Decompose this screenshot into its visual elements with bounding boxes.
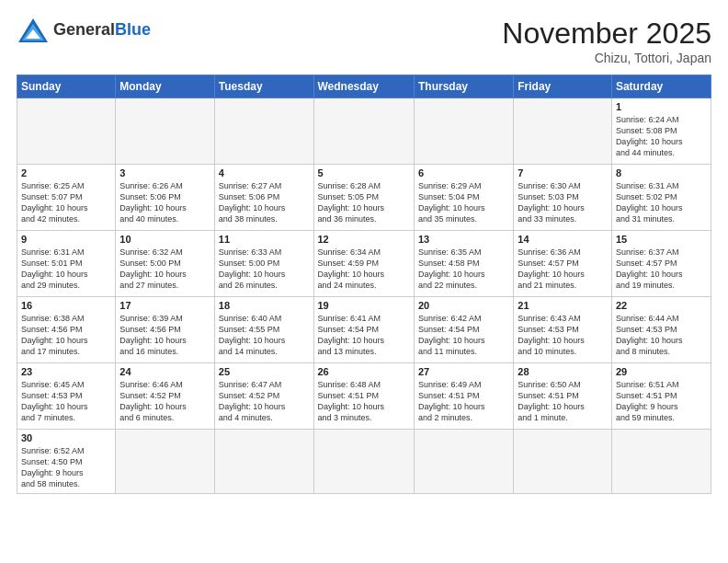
calendar-cell [116, 430, 214, 494]
day-info: Sunrise: 6:44 AM Sunset: 4:53 PM Dayligh… [616, 313, 707, 358]
calendar-cell [414, 98, 513, 165]
day-number: 6 [418, 167, 509, 178]
day-number: 14 [518, 234, 608, 245]
calendar-cell: 2Sunrise: 6:25 AM Sunset: 5:07 PM Daylig… [17, 165, 116, 231]
day-number: 5 [318, 167, 410, 178]
day-number: 24 [119, 366, 210, 377]
day-number: 20 [418, 300, 509, 311]
day-info: Sunrise: 6:43 AM Sunset: 4:53 PM Dayligh… [518, 313, 608, 358]
calendar-cell: 24Sunrise: 6:46 AM Sunset: 4:52 PM Dayli… [116, 363, 214, 430]
calendar-cell: 4Sunrise: 6:27 AM Sunset: 5:06 PM Daylig… [214, 165, 313, 231]
day-info: Sunrise: 6:37 AM Sunset: 4:57 PM Dayligh… [616, 247, 707, 292]
calendar-week-2: 9Sunrise: 6:31 AM Sunset: 5:01 PM Daylig… [17, 231, 711, 297]
calendar-cell: 6Sunrise: 6:29 AM Sunset: 5:04 PM Daylig… [414, 165, 513, 231]
calendar-cell: 26Sunrise: 6:48 AM Sunset: 4:51 PM Dayli… [313, 363, 414, 430]
day-number: 4 [219, 167, 310, 178]
day-number: 26 [318, 366, 410, 377]
calendar-cell: 9Sunrise: 6:31 AM Sunset: 5:01 PM Daylig… [17, 231, 116, 297]
calendar-cell [116, 98, 214, 165]
day-info: Sunrise: 6:38 AM Sunset: 4:56 PM Dayligh… [21, 313, 111, 358]
calendar-cell [414, 430, 513, 494]
day-number: 12 [318, 234, 410, 245]
day-number: 3 [119, 167, 210, 178]
calendar-cell: 10Sunrise: 6:32 AM Sunset: 5:00 PM Dayli… [116, 231, 214, 297]
day-number: 28 [518, 366, 608, 377]
calendar-week-1: 2Sunrise: 6:25 AM Sunset: 5:07 PM Daylig… [17, 165, 711, 231]
day-info: Sunrise: 6:29 AM Sunset: 5:04 PM Dayligh… [418, 180, 509, 225]
day-number: 27 [418, 366, 509, 377]
day-info: Sunrise: 6:26 AM Sunset: 5:06 PM Dayligh… [119, 180, 210, 225]
calendar-cell: 1Sunrise: 6:24 AM Sunset: 5:08 PM Daylig… [611, 98, 711, 165]
day-info: Sunrise: 6:28 AM Sunset: 5:05 PM Dayligh… [318, 180, 410, 225]
calendar-cell [214, 430, 313, 494]
day-info: Sunrise: 6:35 AM Sunset: 4:58 PM Dayligh… [418, 247, 509, 292]
day-number: 15 [616, 234, 707, 245]
calendar-cell: 21Sunrise: 6:43 AM Sunset: 4:53 PM Dayli… [514, 297, 612, 363]
day-info: Sunrise: 6:41 AM Sunset: 4:54 PM Dayligh… [318, 313, 410, 358]
day-number: 22 [616, 300, 707, 311]
calendar-cell: 18Sunrise: 6:40 AM Sunset: 4:55 PM Dayli… [214, 297, 313, 363]
day-info: Sunrise: 6:33 AM Sunset: 5:00 PM Dayligh… [219, 247, 310, 292]
calendar-cell: 27Sunrise: 6:49 AM Sunset: 4:51 PM Dayli… [414, 363, 513, 430]
calendar-cell: 7Sunrise: 6:30 AM Sunset: 5:03 PM Daylig… [514, 165, 612, 231]
calendar-cell: 29Sunrise: 6:51 AM Sunset: 4:51 PM Dayli… [611, 363, 711, 430]
title-block: November 2025 Chizu, Tottori, Japan [502, 17, 711, 65]
day-info: Sunrise: 6:49 AM Sunset: 4:51 PM Dayligh… [418, 379, 509, 424]
calendar-cell [17, 98, 116, 165]
day-number: 21 [518, 300, 608, 311]
calendar-cell: 15Sunrise: 6:37 AM Sunset: 4:57 PM Dayli… [611, 231, 711, 297]
day-info: Sunrise: 6:32 AM Sunset: 5:00 PM Dayligh… [119, 247, 210, 292]
calendar-cell [611, 430, 711, 494]
day-info: Sunrise: 6:50 AM Sunset: 4:51 PM Dayligh… [518, 379, 608, 424]
day-number: 16 [21, 300, 111, 311]
day-number: 8 [616, 167, 707, 178]
day-info: Sunrise: 6:42 AM Sunset: 4:54 PM Dayligh… [418, 313, 509, 358]
day-number: 23 [21, 366, 111, 377]
day-info: Sunrise: 6:27 AM Sunset: 5:06 PM Dayligh… [219, 180, 310, 225]
day-number: 1 [616, 101, 707, 112]
calendar-cell: 28Sunrise: 6:50 AM Sunset: 4:51 PM Dayli… [514, 363, 612, 430]
calendar-header-thursday: Thursday [414, 75, 513, 98]
day-info: Sunrise: 6:24 AM Sunset: 5:08 PM Dayligh… [616, 114, 707, 159]
day-info: Sunrise: 6:40 AM Sunset: 4:55 PM Dayligh… [219, 313, 310, 358]
day-info: Sunrise: 6:39 AM Sunset: 4:56 PM Dayligh… [119, 313, 210, 358]
calendar: SundayMondayTuesdayWednesdayThursdayFrid… [17, 75, 711, 494]
day-info: Sunrise: 6:34 AM Sunset: 4:59 PM Dayligh… [318, 247, 410, 292]
calendar-cell: 22Sunrise: 6:44 AM Sunset: 4:53 PM Dayli… [611, 297, 711, 363]
calendar-cell: 11Sunrise: 6:33 AM Sunset: 5:00 PM Dayli… [214, 231, 313, 297]
calendar-week-5: 30Sunrise: 6:52 AM Sunset: 4:50 PM Dayli… [17, 430, 711, 494]
calendar-header-row: SundayMondayTuesdayWednesdayThursdayFrid… [17, 75, 711, 98]
calendar-cell: 14Sunrise: 6:36 AM Sunset: 4:57 PM Dayli… [514, 231, 612, 297]
calendar-header-tuesday: Tuesday [214, 75, 313, 98]
calendar-cell: 20Sunrise: 6:42 AM Sunset: 4:54 PM Dayli… [414, 297, 513, 363]
calendar-header-sunday: Sunday [17, 75, 116, 98]
calendar-header-saturday: Saturday [611, 75, 711, 98]
day-info: Sunrise: 6:52 AM Sunset: 4:50 PM Dayligh… [21, 445, 111, 490]
calendar-cell: 17Sunrise: 6:39 AM Sunset: 4:56 PM Dayli… [116, 297, 214, 363]
location: Chizu, Tottori, Japan [502, 51, 711, 65]
calendar-header-friday: Friday [514, 75, 612, 98]
day-number: 19 [318, 300, 410, 311]
day-info: Sunrise: 6:51 AM Sunset: 4:51 PM Dayligh… [616, 379, 707, 424]
calendar-cell [514, 98, 612, 165]
day-number: 13 [418, 234, 509, 245]
calendar-week-3: 16Sunrise: 6:38 AM Sunset: 4:56 PM Dayli… [17, 297, 711, 363]
calendar-week-4: 23Sunrise: 6:45 AM Sunset: 4:53 PM Dayli… [17, 363, 711, 430]
calendar-cell: 23Sunrise: 6:45 AM Sunset: 4:53 PM Dayli… [17, 363, 116, 430]
calendar-week-0: 1Sunrise: 6:24 AM Sunset: 5:08 PM Daylig… [17, 98, 711, 165]
day-number: 9 [21, 234, 111, 245]
day-info: Sunrise: 6:45 AM Sunset: 4:53 PM Dayligh… [21, 379, 111, 424]
calendar-header-wednesday: Wednesday [313, 75, 414, 98]
day-info: Sunrise: 6:48 AM Sunset: 4:51 PM Dayligh… [318, 379, 410, 424]
calendar-cell [214, 98, 313, 165]
calendar-cell [313, 430, 414, 494]
calendar-cell: 25Sunrise: 6:47 AM Sunset: 4:52 PM Dayli… [214, 363, 313, 430]
logo: GeneralBlue [17, 17, 151, 44]
page: GeneralBlue November 2025 Chizu, Tottori… [0, 0, 728, 563]
day-info: Sunrise: 6:30 AM Sunset: 5:03 PM Dayligh… [518, 180, 608, 225]
calendar-cell [514, 430, 612, 494]
day-number: 7 [518, 167, 608, 178]
day-info: Sunrise: 6:36 AM Sunset: 4:57 PM Dayligh… [518, 247, 608, 292]
day-number: 18 [219, 300, 310, 311]
day-number: 10 [119, 234, 210, 245]
